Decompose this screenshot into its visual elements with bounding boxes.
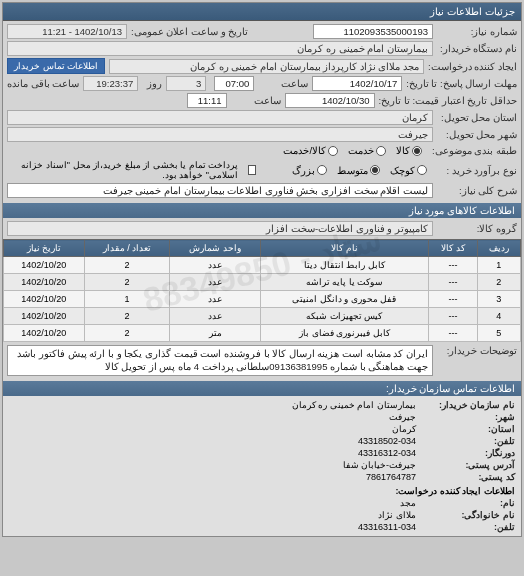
c-fax-label: دورنگار: bbox=[420, 448, 515, 458]
public-time-label: تاریخ و ساعت اعلان عمومی: bbox=[131, 26, 248, 37]
table-cell: 5 bbox=[477, 325, 520, 342]
hour-label-1: ساعت bbox=[258, 78, 308, 89]
table-row[interactable]: 1---کابل رابط انتقال دیتاعدد21402/10/20 bbox=[4, 257, 521, 274]
req-no-label: شماره نیاز: bbox=[437, 26, 517, 37]
c-fname: مجد bbox=[400, 498, 416, 508]
table-cell: 1402/10/20 bbox=[4, 274, 85, 291]
buyer-contact-button[interactable]: اطلاعات تماس خریدار bbox=[7, 58, 105, 74]
c-city: جیرفت bbox=[389, 412, 416, 422]
c-lname: ملاای نژاد bbox=[378, 510, 416, 520]
delivery-city: جیرفت bbox=[7, 127, 433, 142]
goods-group-value: کامپیوتر و فناوری اطلاعات-سخت افزار bbox=[7, 221, 433, 236]
table-header: واحد شمارش bbox=[170, 240, 260, 257]
table-cell: 4 bbox=[477, 308, 520, 325]
table-cell: 1402/10/20 bbox=[4, 308, 85, 325]
goods-table: ردیفکد کالانام کالاواحد شمارشتعداد / مقد… bbox=[3, 239, 521, 342]
c-ctel-label: تلفن: bbox=[420, 522, 515, 532]
desc-value: لیست اقلام سخت افزاری بخش فناوری اطلاعات… bbox=[7, 183, 433, 198]
table-cell: کیس تجهیزات شبکه bbox=[260, 308, 429, 325]
c-addr-label: آدرس پستی: bbox=[420, 460, 515, 470]
treasury-checkbox[interactable] bbox=[248, 165, 256, 175]
purchase-type-label: نوع برآورد خرید : bbox=[437, 165, 517, 176]
deadline-date: 1402/10/17 bbox=[312, 76, 402, 91]
table-cell: کابل فیبرنوری فضای باز bbox=[260, 325, 429, 342]
desc-label: شرح کلی نیاز: bbox=[437, 185, 517, 196]
c-addr: جیرفت-خیابان شفا bbox=[343, 460, 417, 470]
c-lname-label: نام خانوادگی: bbox=[420, 510, 515, 520]
table-cell: --- bbox=[429, 257, 478, 274]
table-cell: 2 bbox=[84, 325, 170, 342]
radio-small-label: کوچک bbox=[390, 165, 415, 176]
radio-large-label: بزرگ bbox=[292, 165, 315, 176]
validity-date: 1402/10/30 bbox=[285, 93, 375, 108]
table-row[interactable]: 3---قفل محوری و دانگل امنیتیعدد11402/10/… bbox=[4, 291, 521, 308]
c-post: 7861764787 bbox=[366, 472, 416, 482]
validity-label: حداقل تاریخ اعتبار قیمت: تا تاریخ: bbox=[379, 95, 517, 106]
table-header: کد کالا bbox=[429, 240, 478, 257]
table-cell: 3 bbox=[477, 291, 520, 308]
radio-goods[interactable] bbox=[412, 146, 422, 156]
radio-lease-label: کالا/خدمت bbox=[283, 145, 326, 156]
deadline-time: 07:00 bbox=[214, 76, 254, 91]
table-header: تاریخ نیاز bbox=[4, 240, 85, 257]
radio-service[interactable] bbox=[376, 146, 386, 156]
radio-goods-label: کالا bbox=[396, 145, 410, 156]
contact-header: اطلاعات تماس سازمان خریدار: bbox=[3, 381, 521, 396]
table-row[interactable]: 2---سوکت یا پایه تراشهعدد21402/10/20 bbox=[4, 274, 521, 291]
explain-label: توضیحات خریدار: bbox=[437, 345, 517, 356]
table-cell: سوکت یا پایه تراشه bbox=[260, 274, 429, 291]
hour-label-2: ساعت bbox=[231, 95, 281, 106]
c-fax: 43316312-034 bbox=[358, 448, 416, 458]
c-org: بیمارستان امام خمینی ره کرمان bbox=[292, 400, 416, 410]
table-row[interactable]: 4---کیس تجهیزات شبکهعدد21402/10/20 bbox=[4, 308, 521, 325]
table-cell: --- bbox=[429, 274, 478, 291]
table-cell: 1 bbox=[84, 291, 170, 308]
table-row[interactable]: 5---کابل فیبرنوری فضای بازمتر21402/10/20 bbox=[4, 325, 521, 342]
panel-header: جزئیات اطلاعات نیاز bbox=[3, 3, 521, 21]
table-cell: 2 bbox=[84, 308, 170, 325]
buyer-org-label: نام دستگاه خریدار: bbox=[437, 43, 517, 54]
treasury-note: پرداخت تمام یا بخشی از مبلغ خرید،از محل … bbox=[7, 160, 238, 180]
delivery-state: کرمان bbox=[7, 110, 433, 125]
radio-goods-service[interactable] bbox=[328, 146, 338, 156]
goods-group-label: گروه کالا: bbox=[437, 223, 517, 234]
c-ctel: 43316311-034 bbox=[358, 522, 416, 532]
table-header: ردیف bbox=[477, 240, 520, 257]
radio-medium[interactable] bbox=[370, 165, 380, 175]
c-state: کرمان bbox=[392, 424, 416, 434]
main-panel: جزئیات اطلاعات نیاز شماره نیاز: 11020935… bbox=[2, 2, 522, 537]
subject-cat-label: طبقه بندی موضوعی: bbox=[432, 145, 517, 156]
buyer-org-value: بیمارستان امام خمینی ره کرمان bbox=[7, 41, 433, 56]
requester-value: مجد ملاای نژاد کارپرداز بیمارستان امام خ… bbox=[109, 59, 424, 74]
c-fname-label: نام: bbox=[420, 498, 515, 508]
radio-service-label: خدمت bbox=[348, 145, 374, 156]
table-cell: --- bbox=[429, 325, 478, 342]
remain-time: 19:23:37 bbox=[83, 76, 138, 91]
table-cell: --- bbox=[429, 291, 478, 308]
table-cell: 2 bbox=[84, 274, 170, 291]
delivery-state-label: استان محل تحویل: bbox=[437, 112, 517, 123]
c-state-label: استان: bbox=[420, 424, 515, 434]
deadline-label: مهلت ارسال پاسخ: تا تاریخ: bbox=[406, 78, 517, 89]
radio-large[interactable] bbox=[317, 165, 327, 175]
table-cell: کابل رابط انتقال دیتا bbox=[260, 257, 429, 274]
remain-day-label: روز bbox=[142, 78, 162, 89]
remain-days: 3 bbox=[166, 76, 206, 91]
req-no-value: 1102093535000193 bbox=[313, 24, 433, 39]
radio-small[interactable] bbox=[417, 165, 427, 175]
table-cell: 1402/10/20 bbox=[4, 257, 85, 274]
c-tel: 43318502-034 bbox=[358, 436, 416, 446]
table-cell: 2 bbox=[477, 274, 520, 291]
table-header: نام کالا bbox=[260, 240, 429, 257]
table-header: تعداد / مقدار bbox=[84, 240, 170, 257]
table-cell: --- bbox=[429, 308, 478, 325]
c-city-label: شهر: bbox=[420, 412, 515, 422]
public-time-value: 1402/10/13 - 11:21 bbox=[7, 24, 127, 39]
c-tel-label: تلفن: bbox=[420, 436, 515, 446]
creator-header: اطلاعات ایجاد کننده درخواست: bbox=[396, 486, 516, 496]
table-cell: عدد bbox=[170, 257, 260, 274]
table-cell: عدد bbox=[170, 308, 260, 325]
table-cell: عدد bbox=[170, 274, 260, 291]
contact-section: نام سازمان خریدار:بیمارستان امام خمینی ر… bbox=[3, 396, 521, 536]
table-cell: 1402/10/20 bbox=[4, 325, 85, 342]
